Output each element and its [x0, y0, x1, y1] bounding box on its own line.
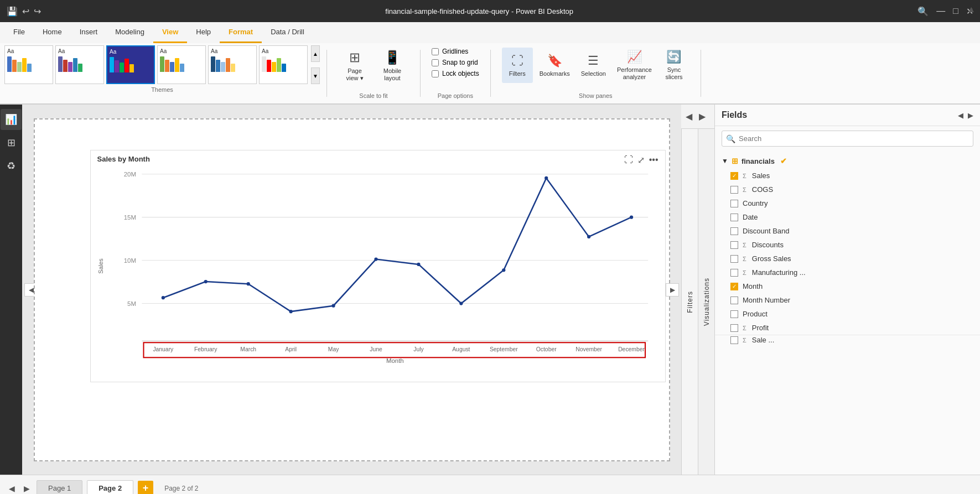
field-item-sale-price[interactable]: Σ Sale ... — [715, 335, 980, 345]
field-item-month[interactable]: ✓ Month — [715, 279, 980, 293]
performance-pane-button[interactable]: 📈 Performanceanalyzer — [613, 48, 656, 83]
lock-objects-checkbox[interactable]: Lock objects — [432, 70, 479, 77]
page-next-button[interactable]: ▶ — [22, 482, 32, 495]
lock-objects-input[interactable] — [432, 70, 439, 77]
snap-to-grid-checkbox[interactable]: Snap to grid — [432, 59, 479, 66]
field-item-sales[interactable]: ✓ Σ Sales — [715, 169, 980, 183]
field-item-product[interactable]: Product — [715, 307, 980, 321]
filters-panel-tab[interactable]: Filters — [681, 129, 698, 475]
theme-tile-4[interactable]: Aa — [157, 45, 206, 84]
bar3 — [170, 62, 174, 72]
field-checkbox-product[interactable] — [730, 310, 738, 318]
bookmarks-pane-icon: 🔖 — [547, 54, 562, 68]
add-page-button[interactable]: + — [138, 481, 153, 495]
field-item-discounts[interactable]: Σ Discounts — [715, 238, 980, 252]
field-item-manufacturing[interactable]: Σ Manufacturing ... — [715, 266, 980, 279]
left-sidebar-model-icon[interactable]: ♻ — [2, 155, 20, 176]
ribbon-collapse-button[interactable]: ▲ — [967, 4, 976, 14]
visualizations-panel-tab[interactable]: Visualizations — [698, 129, 714, 475]
tab-file[interactable]: File — [4, 22, 34, 43]
theme-scroll-down[interactable]: ▼ — [311, 67, 320, 84]
field-item-profit[interactable]: Σ Profit — [715, 321, 980, 335]
visualizations-label: Visualizations — [703, 278, 711, 326]
field-checkbox-date[interactable] — [730, 214, 738, 221]
theme-scroll-up[interactable]: ▲ — [311, 45, 320, 62]
theme-tile-3[interactable]: Aa — [106, 45, 155, 84]
gridlines-input[interactable] — [432, 48, 439, 55]
field-item-discount-band[interactable]: Discount Band — [715, 224, 980, 238]
field-item-cogs[interactable]: Σ COGS — [715, 183, 980, 196]
bookmarks-pane-button[interactable]: 🔖 Bookmarks — [535, 48, 574, 83]
theme-tile-2[interactable]: Aa — [55, 45, 104, 84]
snap-to-grid-input[interactable] — [432, 59, 439, 66]
more-options-icon[interactable]: ••• — [649, 155, 658, 165]
field-checkbox-discounts[interactable] — [730, 241, 738, 249]
panel-next-arrow[interactable]: ▶ — [697, 109, 708, 124]
field-checkbox-sale-price[interactable] — [730, 336, 738, 344]
filters-pane-label: Filters — [509, 70, 526, 77]
mobile-layout-button[interactable]: 📱 Mobilelayout — [376, 48, 409, 84]
field-checkbox-manufacturing[interactable] — [730, 269, 738, 277]
search-icon[interactable]: 🔍 — [917, 6, 929, 17]
table-icon: ⊞ — [732, 157, 738, 165]
canvas-next-button[interactable]: ▶ — [666, 283, 679, 297]
show-panes-section: ⛶ Filters 🔖 Bookmarks ☰ Selection 📈 Perf… — [497, 45, 694, 101]
tab-help[interactable]: Help — [187, 22, 220, 43]
sync-slicers-button[interactable]: 🔄 Syncslicers — [658, 48, 689, 83]
bar3 — [221, 62, 225, 72]
fields-expand-arrow-right[interactable]: ▶ — [968, 111, 973, 119]
page-prev-button[interactable]: ◀ — [7, 482, 17, 495]
field-checkbox-cogs[interactable] — [730, 186, 738, 194]
maximize-button[interactable]: □ — [953, 6, 958, 16]
theme-tile-1[interactable]: Aa — [4, 45, 53, 84]
field-checkbox-discount-band[interactable] — [730, 227, 738, 235]
fields-collapse-arrow-left[interactable]: ◀ — [958, 111, 963, 119]
search-input[interactable] — [722, 131, 973, 147]
page-tab-2[interactable]: Page 2 — [87, 480, 133, 494]
bar2 — [115, 60, 119, 72]
field-group-financials[interactable]: ▼ ⊞ financials ✔ — [715, 153, 980, 169]
undo-icon[interactable]: ↩ — [22, 6, 29, 17]
tab-modeling[interactable]: Modeling — [106, 22, 153, 43]
filter-icon[interactable]: ⛶ — [624, 155, 633, 165]
bottom-bar: ◀ ▶ Page 1 Page 2 + Page 2 of 2 — [0, 475, 980, 494]
minimize-button[interactable]: — — [936, 6, 945, 16]
theme-tile-6[interactable]: Aa — [259, 45, 308, 84]
tab-data-drill[interactable]: Data / Drill — [262, 22, 313, 43]
divider-2 — [420, 50, 421, 97]
sum-icon-sale-price: Σ — [743, 337, 746, 344]
filters-pane-button[interactable]: ⛶ Filters — [502, 48, 533, 83]
sum-icon-profit: Σ — [743, 325, 746, 331]
panel-prev-arrow[interactable]: ◀ — [683, 109, 694, 124]
data-point-aug — [459, 301, 463, 305]
field-item-country[interactable]: Country — [715, 196, 980, 210]
field-item-gross-sales[interactable]: Σ Gross Sales — [715, 252, 980, 266]
page-view-button[interactable]: ⊞ Pageview ▾ — [338, 48, 371, 84]
gridlines-checkbox[interactable]: Gridlines — [432, 48, 479, 55]
redo-icon[interactable]: ↪ — [34, 6, 41, 17]
field-checkbox-month[interactable]: ✓ — [730, 283, 738, 290]
left-sidebar-table-icon[interactable]: ⊞ — [3, 132, 20, 153]
field-checkbox-country[interactable] — [730, 200, 738, 207]
theme-tile-5[interactable]: Aa — [208, 45, 257, 84]
field-checkbox-month-number[interactable] — [730, 297, 738, 304]
chart-visual[interactable]: Sales by Month ⛶ ⤢ ••• Sales — [90, 150, 666, 382]
field-checkbox-sales[interactable]: ✓ — [730, 172, 738, 180]
left-sidebar-chart-icon[interactable]: 📊 — [1, 109, 22, 130]
tab-format[interactable]: Format — [220, 22, 262, 43]
chart-toolbar: ⛶ ⤢ ••• — [624, 155, 658, 165]
field-item-date[interactable]: Date — [715, 210, 980, 224]
save-icon[interactable]: 💾 — [7, 6, 18, 17]
selection-pane-button[interactable]: ☰ Selection — [577, 48, 610, 83]
page-tab-1[interactable]: Page 1 — [37, 480, 82, 494]
field-checkbox-gross-sales[interactable] — [730, 255, 738, 263]
x-label-may: May — [328, 346, 339, 352]
tab-view[interactable]: View — [153, 22, 187, 43]
field-item-month-number[interactable]: Month Number — [715, 293, 980, 307]
field-checkbox-profit[interactable] — [730, 324, 738, 332]
tab-insert[interactable]: Insert — [71, 22, 107, 43]
bar2 — [63, 60, 68, 72]
expand-icon[interactable]: ⤢ — [637, 155, 645, 165]
theme-tile-6-label: Aa — [262, 48, 305, 54]
tab-home[interactable]: Home — [34, 22, 71, 43]
